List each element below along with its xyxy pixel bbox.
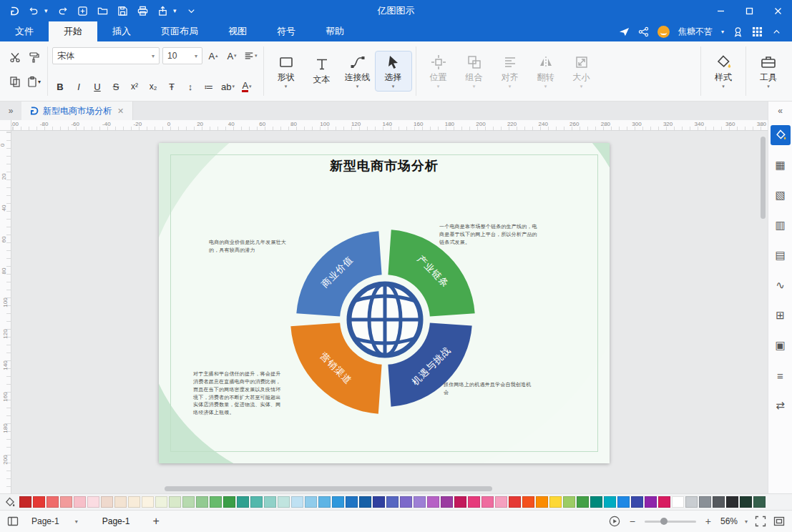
canvas-area[interactable]: 新型电商市场分析 商业价值产业链条机遇与挑战营销渠道 电商的商业价值是比几年发展… [11,131,768,493]
maximize-button[interactable] [735,0,763,21]
color-swatch[interactable] [536,496,548,508]
menu-tab-symbols[interactable]: 符号 [262,21,311,41]
image-icon[interactable]: ▧ [771,185,791,205]
color-swatch[interactable] [590,496,602,508]
annotation-top-left[interactable]: 电商的商业价值是比几年发展壮大的，具有较高的潜力 [209,239,296,255]
color-swatch[interactable] [414,496,426,508]
page[interactable]: 新型电商市场分析 商业价值产业链条机遇与挑战营销渠道 电商的商业价值是比几年发展… [159,143,610,463]
color-swatch[interactable] [291,496,303,508]
color-swatch[interactable] [237,496,249,508]
color-swatch[interactable] [454,496,466,508]
align-button[interactable]: 对齐▾ [492,51,528,91]
color-swatch[interactable] [128,496,140,508]
color-swatch[interactable] [101,496,113,508]
subscript-button[interactable]: x₂ [145,78,161,95]
expand-left-panel-icon[interactable]: » [0,102,21,120]
color-swatch[interactable] [169,496,181,508]
color-swatch[interactable] [386,496,399,508]
outline-icon[interactable]: ≡ [771,365,791,385]
annotation-bottom-left[interactable]: 对于主播和平台信任的提升，将会提升消费者愿意在直播电商中的消费比例，而且在当下的… [193,370,285,417]
color-swatch[interactable] [400,496,412,508]
format-painter-button[interactable] [25,49,42,66]
horizontal-scrollbar[interactable] [165,486,492,491]
color-swatch[interactable] [250,496,263,508]
shape-button[interactable]: 形状▾ [268,51,304,91]
collaborate-icon[interactable] [638,26,649,37]
save-button[interactable] [113,2,132,19]
color-swatch[interactable] [87,496,99,508]
color-swatch[interactable] [264,496,276,508]
group-button[interactable]: 组合▾ [456,51,492,91]
character-spacing-button[interactable]: ab▾ [220,78,236,95]
vertical-scrollbar[interactable] [761,137,766,219]
italic-button[interactable]: I [71,78,87,95]
font-family-select[interactable]: 宋体▾ [52,47,160,64]
open-file-button[interactable] [93,2,112,19]
page-tab[interactable]: Page-1 [91,514,142,528]
bullet-list-button[interactable]: ≔ [201,78,217,95]
rewards-icon[interactable] [733,26,743,37]
user-avatar[interactable] [657,26,670,38]
color-swatch[interactable] [699,496,711,508]
symbol-library-icon[interactable]: ▦ [771,155,791,175]
color-swatch[interactable] [74,496,86,508]
tools-button[interactable]: 工具▾ [751,45,786,97]
redo-button[interactable] [53,2,72,19]
color-swatch[interactable] [182,496,195,508]
menu-tab-home[interactable]: 开始 [49,21,97,41]
font-color-button[interactable]: A▾ [239,78,255,95]
color-swatch[interactable] [114,496,127,508]
page-select-dropdown[interactable]: Page-1▾ [26,514,84,528]
apps-grid-icon[interactable] [752,26,763,37]
color-swatch[interactable] [305,496,317,508]
color-swatch[interactable] [713,496,725,508]
color-swatch[interactable] [685,496,698,508]
color-swatch[interactable] [577,496,589,508]
ruler-horizontal[interactable]: -100-80-60-40-20020406080100120140160180… [11,120,768,131]
color-swatch[interactable] [509,496,521,508]
color-swatch[interactable] [441,496,453,508]
color-swatch[interactable] [142,496,154,508]
color-swatch[interactable] [658,496,670,508]
user-name[interactable]: 焦糖不苦 [678,26,713,38]
grow-font-button[interactable]: A▴ [205,47,221,64]
color-swatch[interactable] [60,496,72,508]
theme-fill-icon[interactable] [4,497,15,508]
fit-screen-icon[interactable] [755,516,766,527]
line-spacing-button[interactable]: ↕ [182,78,198,95]
add-page-button[interactable]: + [148,515,163,528]
menu-tab-page-layout[interactable]: 页面布局 [146,21,213,41]
color-swatch[interactable] [617,496,630,508]
annotation-bottom-right[interactable]: 抓住网络上的机遇并且学会自我创造机会 [444,381,535,397]
color-swatch[interactable] [155,496,167,508]
menu-tab-view[interactable]: 视图 [213,21,262,41]
shrink-font-button[interactable]: A▾ [224,47,240,64]
document-tab[interactable]: 新型电商市场分析 ✕ [21,102,133,120]
presentation-play-icon[interactable] [609,516,620,527]
color-swatch[interactable] [19,496,31,508]
color-swatch[interactable] [346,496,358,508]
export-button[interactable] [153,2,172,19]
undo-button[interactable] [24,2,43,19]
color-swatch[interactable] [332,496,344,508]
color-swatch[interactable] [359,496,371,508]
color-swatch[interactable] [563,496,575,508]
color-swatch[interactable] [672,496,684,508]
color-swatch[interactable] [223,496,235,508]
clipart-icon[interactable]: ▣ [771,335,791,355]
menu-tab-file[interactable]: 文件 [0,21,49,41]
collapse-ribbon-icon[interactable] [771,26,782,37]
flip-button[interactable]: 翻转▾ [528,51,564,91]
cut-button[interactable] [6,49,24,66]
color-swatch[interactable] [604,496,616,508]
collapse-right-panel-icon[interactable]: « [768,102,792,120]
bold-button[interactable]: B [52,78,68,95]
user-menu-caret-icon[interactable]: ▾ [721,29,724,35]
layers-icon[interactable]: ▥ [771,215,791,235]
strikethrough-button[interactable]: S [108,78,124,95]
color-swatch[interactable] [549,496,562,508]
menu-tab-help[interactable]: 帮助 [311,21,359,41]
color-swatch[interactable] [631,496,643,508]
superscript-button[interactable]: x² [127,78,142,95]
size-button[interactable]: 大小▾ [564,51,600,91]
